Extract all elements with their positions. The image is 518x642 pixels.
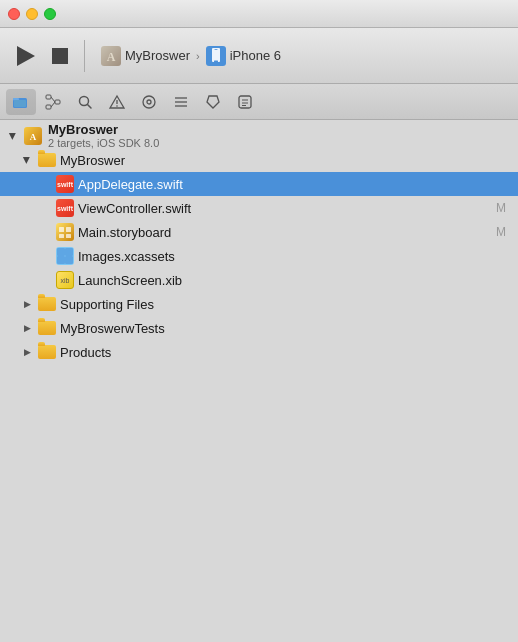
folder-icon-supporting (38, 295, 56, 313)
play-button[interactable] (10, 40, 42, 72)
device-breadcrumb[interactable]: iPhone 6 (230, 48, 281, 63)
search-navigator-button[interactable] (70, 89, 100, 115)
xcode-icon: A (101, 46, 121, 66)
svg-rect-31 (56, 223, 74, 241)
svg-text:A: A (107, 50, 116, 64)
svg-line-13 (51, 102, 55, 107)
file-navigator-button[interactable] (6, 89, 36, 115)
folder-nav-icon (13, 94, 29, 110)
hierarchy-icon (45, 94, 61, 110)
log-navigator-button[interactable] (230, 89, 260, 115)
svg-rect-10 (55, 100, 60, 104)
group-products[interactable]: ▶ Products (0, 340, 518, 364)
group-tests[interactable]: ▶ MyBroswerwTests (0, 316, 518, 340)
report-icon (205, 94, 221, 110)
group-mybrowser[interactable]: ▶ MyBroswer (0, 148, 518, 172)
folder-icon-tests (38, 319, 56, 337)
breadcrumb-arrow: › (196, 50, 200, 62)
disclosure-storyboard (38, 225, 52, 239)
disclosure-xcassets (38, 249, 52, 263)
maximize-button[interactable] (44, 8, 56, 20)
swift-icon-appdelegate: swift (56, 175, 74, 193)
search-icon (77, 94, 93, 110)
group-tests-label: MyBroswerwTests (60, 321, 514, 336)
file-appdelegate[interactable]: swift AppDelegate.swift (0, 172, 518, 196)
project-file-icon: A (24, 127, 42, 145)
list-icon (173, 94, 189, 110)
svg-rect-4 (214, 60, 218, 62)
xib-icon: xib (56, 271, 74, 289)
xcassets-file-icon (56, 247, 74, 265)
file-navigator: ▶ A MyBroswer 2 targets, iOS SDK 8.0 (0, 120, 518, 642)
file-storyboard-label: Main.storyboard (78, 225, 496, 240)
traffic-lights (8, 8, 56, 20)
xcassets-icon (56, 247, 74, 265)
disclosure-xib (38, 273, 52, 287)
storyboard-badge: M (496, 225, 506, 239)
group-supporting-label: Supporting Files (60, 297, 514, 312)
svg-rect-9 (46, 95, 51, 99)
file-xib[interactable]: xib LaunchScreen.xib (0, 268, 518, 292)
svg-rect-40 (65, 256, 73, 264)
viewcontroller-badge: M (496, 201, 506, 215)
svg-point-20 (147, 100, 151, 104)
stop-button[interactable] (46, 44, 74, 68)
breakpoint-navigator-button[interactable] (166, 89, 196, 115)
storyboard-icon (56, 223, 74, 241)
svg-point-18 (116, 105, 118, 107)
project-name: MyBroswer (48, 122, 159, 138)
svg-rect-38 (65, 248, 73, 256)
file-xib-label: LaunchScreen.xib (78, 273, 514, 288)
breadcrumb: A MyBroswer › iPhone 6 (101, 46, 281, 66)
play-icon (17, 46, 35, 66)
disclosure-products: ▶ (20, 345, 34, 359)
group-supporting-files[interactable]: ▶ Supporting Files (0, 292, 518, 316)
stop-icon (52, 48, 68, 64)
svg-point-19 (143, 96, 155, 108)
project-root-item[interactable]: ▶ A MyBroswer 2 targets, iOS SDK 8.0 (0, 124, 518, 148)
file-xcassets[interactable]: Images.xcassets (0, 244, 518, 268)
folder-icon-mybrowser (38, 151, 56, 169)
svg-rect-34 (59, 234, 64, 238)
scm-navigator-button[interactable] (134, 89, 164, 115)
file-tree: ▶ A MyBroswer 2 targets, iOS SDK 8.0 (0, 120, 518, 642)
disclosure-viewcontroller (38, 201, 52, 215)
file-viewcontroller-label: ViewController.swift (78, 201, 496, 216)
svg-line-15 (88, 104, 92, 108)
svg-rect-39 (57, 256, 65, 264)
toolbar-divider (84, 40, 85, 72)
scm-icon (141, 94, 157, 110)
svg-line-12 (51, 97, 55, 102)
folder-icon-products (38, 343, 56, 361)
svg-rect-8 (14, 100, 26, 107)
issue-navigator-button[interactable] (102, 89, 132, 115)
log-icon (237, 94, 253, 110)
svg-rect-5 (214, 49, 217, 50)
disclosure-triangle: ▶ (6, 129, 20, 143)
file-viewcontroller[interactable]: swift ViewController.swift M (0, 196, 518, 220)
minimize-button[interactable] (26, 8, 38, 20)
project-icon: A (24, 127, 42, 145)
hierarchy-navigator-button[interactable] (38, 89, 68, 115)
disclosure-mybrowser: ▶ (20, 153, 34, 167)
navigator-toolbar (0, 84, 518, 120)
svg-text:A: A (30, 132, 37, 142)
close-button[interactable] (8, 8, 20, 20)
disclosure-appdelegate (38, 177, 52, 191)
svg-rect-35 (66, 234, 71, 238)
svg-rect-25 (239, 96, 251, 108)
title-bar (0, 0, 518, 28)
report-navigator-button[interactable] (198, 89, 228, 115)
group-mybrowser-label: MyBroswer (60, 153, 514, 168)
project-breadcrumb[interactable]: MyBroswer (125, 48, 190, 63)
svg-marker-24 (207, 96, 219, 108)
disclosure-tests: ▶ (20, 321, 34, 335)
group-products-label: Products (60, 345, 514, 360)
warning-icon (109, 94, 125, 110)
svg-rect-11 (46, 105, 51, 109)
svg-rect-37 (57, 248, 65, 256)
iphone-device-icon (206, 46, 226, 66)
svg-rect-3 (212, 48, 220, 62)
file-mainstoryboard[interactable]: Main.storyboard M (0, 220, 518, 244)
swift-icon-viewcontroller: swift (56, 199, 74, 217)
